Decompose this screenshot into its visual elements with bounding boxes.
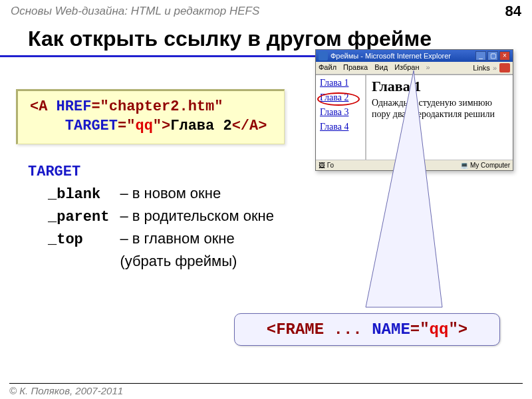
- browser-statusbar: 🖼 Го 💻 My Computer: [316, 160, 513, 170]
- browser-content: Глава 1 Глава 2 Глава 3 Глава 4 Глава 1 …: [316, 74, 513, 160]
- close-quote: ">: [153, 118, 170, 134]
- target-parent-desc: – в родительском окне: [120, 205, 284, 228]
- highlight-ellipse: [317, 92, 360, 106]
- href-val: ="chapter2.htm": [91, 98, 223, 115]
- windows-icon: [499, 63, 510, 72]
- links-label[interactable]: Links: [473, 64, 490, 72]
- href-attr: HREF: [57, 98, 92, 115]
- eq-quote: =": [118, 118, 135, 134]
- browser-menu: Файл Правка Вид Избран » Links »: [316, 62, 513, 74]
- callout-bubble: <FRAME ... NAME="qq">: [234, 313, 500, 346]
- browser-window: Фреймы - Microsoft Internet Explorer _ ▢…: [315, 49, 513, 171]
- menu-file[interactable]: Файл: [319, 63, 336, 72]
- tag-open: <A: [30, 98, 57, 115]
- maximize-button[interactable]: ▢: [487, 51, 498, 61]
- minimize-button[interactable]: _: [475, 51, 486, 61]
- header-bar: Основы Web-дизайна: HTML и редактор HEFS…: [0, 0, 532, 23]
- name-val: qq: [430, 321, 449, 338]
- link-ch4[interactable]: Глава 4: [320, 122, 361, 132]
- target-parent-attr: _parent: [28, 205, 120, 228]
- status-left: 🖼 Го: [319, 162, 334, 169]
- target-extra: (убрать фреймы): [120, 251, 284, 272]
- target-blank-desc: – в новом окне: [120, 183, 284, 205]
- target-attr: TARGET: [65, 118, 118, 134]
- link-text: Глава 2: [170, 118, 231, 134]
- left-frame: Глава 1 Глава 2 Глава 3 Глава 4: [316, 75, 366, 160]
- status-right: 💻 My Computer: [460, 162, 510, 169]
- window-controls: _ ▢ ×: [475, 51, 510, 61]
- right-frame: Глава 1 Однажды в студеную зимнюю пору д…: [366, 75, 513, 160]
- browser-title: Фреймы - Microsoft Internet Explorer: [331, 52, 451, 60]
- tag-close: </A>: [232, 118, 267, 134]
- footer: © К. Поляков, 2007-2011: [9, 383, 523, 396]
- frame-open: <FRAME ...: [267, 321, 372, 338]
- menu-edit[interactable]: Правка: [343, 63, 368, 72]
- link-ch3[interactable]: Глава 3: [320, 107, 361, 118]
- target-blank-attr: _blank: [28, 183, 120, 205]
- close-button[interactable]: ×: [499, 51, 510, 61]
- menu-fav[interactable]: Избран: [394, 63, 419, 72]
- code-example: <A HREF="chapter2.htm" TARGET="qq">Глава…: [16, 89, 285, 144]
- ie-icon: [319, 51, 328, 61]
- browser-titlebar: Фреймы - Microsoft Internet Explorer _ ▢…: [316, 50, 513, 62]
- target-list: TARGET _blank – в новом окне _parent – в…: [28, 162, 532, 271]
- breadcrumb: Основы Web-дизайна: HTML и редактор HEFS: [11, 5, 259, 18]
- frame-close: ">: [448, 321, 467, 338]
- frame-text: Однажды в студеную зимнюю пору два птеро…: [372, 98, 507, 120]
- menu-view[interactable]: Вид: [374, 63, 388, 72]
- link-ch1[interactable]: Глава 1: [320, 78, 361, 88]
- target-top-attr: _top: [28, 228, 120, 251]
- name-attr: NAME: [372, 321, 410, 338]
- name-eq: =": [410, 321, 430, 338]
- frame-heading: Глава 1: [372, 78, 507, 95]
- target-top-desc: – в главном окне: [120, 228, 284, 251]
- page-number: 84: [505, 3, 521, 20]
- target-val: qq: [135, 118, 152, 134]
